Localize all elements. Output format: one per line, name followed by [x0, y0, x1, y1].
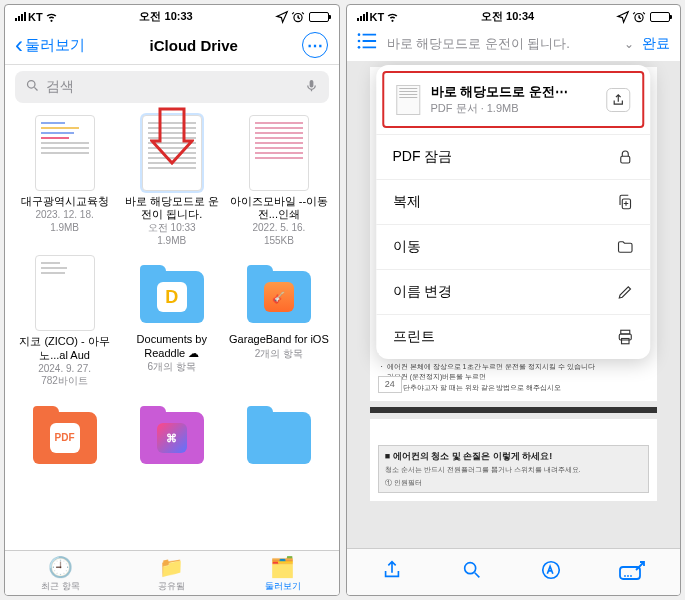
chevron-left-icon: ‹ — [15, 38, 23, 52]
print-icon — [616, 328, 634, 346]
svg-rect-2 — [309, 80, 313, 88]
section-sub: 청소 순서는 반드시 전원플러그를 뽑거나 스위치를 내려주세요. — [385, 465, 642, 475]
file-item[interactable]: 아이즈모바일 --이동전...인쇄 2022. 5. 16. 155KB — [227, 115, 330, 247]
back-label: 둘러보기 — [25, 36, 85, 55]
tab-recent[interactable]: 🕘 최근 항목 — [5, 555, 116, 593]
battery-icon — [650, 12, 670, 22]
menu-rename[interactable]: 이름 변경 — [377, 269, 650, 314]
status-bar: KT 오전 10:34 — [347, 5, 681, 26]
share-button[interactable] — [606, 88, 630, 112]
document-title[interactable]: 바로 해당모드로 운전이 됩니다. — [387, 35, 617, 53]
search-placeholder: 검색 — [46, 78, 74, 96]
action-sheet: 바로 해당모드로 운전⋯ PDF 문서 · 1.9MB PDF 잠금 복제 이동 — [377, 65, 650, 359]
bottom-toolbar — [347, 548, 681, 595]
folder-item[interactable]: D Documents by Readdle ☁︎ 6개의 항목 — [120, 255, 223, 387]
clock-icon: 🕘 — [5, 555, 116, 579]
status-time: 오전 10:34 — [481, 9, 534, 24]
share-button[interactable] — [381, 559, 403, 585]
page-number: 24 — [378, 376, 402, 393]
pdf-app-icon: PDF — [50, 423, 80, 453]
battery-icon — [309, 12, 329, 22]
tab-shared[interactable]: 📁 공유됨 — [116, 555, 227, 593]
documents-app-icon: D — [157, 282, 187, 312]
svg-rect-7 — [620, 156, 629, 163]
wifi-icon — [386, 10, 399, 23]
file-name: 바로 해당모드로 운전⋯ — [431, 83, 606, 101]
svg-point-1 — [28, 81, 36, 89]
compose-button[interactable] — [619, 560, 645, 584]
svg-point-16 — [627, 575, 629, 577]
signal-icon — [357, 12, 368, 21]
menu-duplicate[interactable]: 복제 — [377, 179, 650, 224]
status-time: 오전 10:33 — [139, 9, 192, 24]
section-heading: ■ 에어컨의 청소 및 손질은 이렇게 하세요! — [385, 450, 642, 463]
signal-icon — [15, 12, 26, 21]
search-icon — [25, 78, 40, 96]
alarm-icon — [291, 10, 305, 24]
pdf-page: ■ 에어컨의 청소 및 손질은 이렇게 하세요! 청소 순서는 반드시 전원플러… — [370, 419, 657, 501]
document-viewer[interactable]: 5. 운전 중 (탠의선온도설정)버튼을 누르면 본선 표시부에서 항온도가 나… — [347, 61, 681, 548]
markup-button[interactable] — [540, 559, 562, 585]
tab-bar: 🕘 최근 항목 📁 공유됨 🗂️ 둘러보기 — [5, 550, 339, 595]
alarm-icon — [632, 10, 646, 24]
svg-point-5 — [357, 40, 360, 43]
carrier-label: KT — [28, 11, 43, 23]
folder-item[interactable]: PDF — [13, 396, 116, 474]
wifi-icon — [45, 10, 58, 23]
svg-point-4 — [357, 33, 360, 36]
annotation-arrow-icon — [150, 107, 194, 167]
svg-point-6 — [357, 46, 360, 49]
status-bar: KT 오전 10:33 — [5, 5, 339, 26]
folder-item[interactable]: ⌘ — [120, 396, 223, 474]
file-item[interactable]: 대구광역시교육청 2023. 12. 18. 1.9MB — [13, 115, 116, 247]
pencil-icon — [616, 283, 634, 301]
file-thumbnail — [397, 85, 421, 115]
location-icon — [616, 10, 630, 24]
mic-icon[interactable] — [304, 78, 319, 96]
phone-left: KT 오전 10:33 ‹ 둘러보기 iCloud Drive ⋯ 검색 — [4, 4, 340, 596]
chevron-down-icon[interactable]: ⌄ — [624, 37, 634, 51]
back-button[interactable]: ‹ 둘러보기 — [15, 36, 85, 55]
svg-point-17 — [630, 575, 632, 577]
page-title: iCloud Drive — [150, 37, 238, 54]
garageband-app-icon: 🎸 — [264, 282, 294, 312]
phone-right: KT 오전 10:34 바로 해당모드로 운전이 됩니다. ⌄ 완료 5. 운전… — [346, 4, 682, 596]
shortcuts-app-icon: ⌘ — [157, 423, 187, 453]
svg-point-15 — [624, 575, 626, 577]
lock-icon — [616, 148, 634, 166]
nav-bar: ‹ 둘러보기 iCloud Drive ⋯ — [5, 26, 339, 65]
document-header: 바로 해당모드로 운전이 됩니다. ⌄ 완료 — [347, 26, 681, 61]
carrier-label: KT — [370, 11, 385, 23]
done-button[interactable]: 완료 — [642, 35, 670, 53]
folder-icon: 🗂️ — [227, 555, 338, 579]
search-input[interactable]: 검색 — [15, 71, 329, 103]
menu-print[interactable]: 프린트 — [377, 314, 650, 359]
duplicate-icon — [616, 193, 634, 211]
folder-item[interactable] — [227, 396, 330, 474]
menu-move[interactable]: 이동 — [377, 224, 650, 269]
folder-icon — [616, 238, 634, 256]
file-item[interactable]: 지코 (ZICO) - 아무노...al Aud 2024. 9. 27. 78… — [13, 255, 116, 387]
svg-point-12 — [464, 563, 475, 574]
svg-rect-11 — [621, 339, 629, 344]
list-button[interactable] — [357, 32, 379, 55]
file-info-row: 바로 해당모드로 운전⋯ PDF 문서 · 1.9MB — [383, 71, 644, 128]
shared-folder-icon: 📁 — [116, 555, 227, 579]
menu-lock-pdf[interactable]: PDF 잠금 — [377, 134, 650, 179]
tab-browse[interactable]: 🗂️ 둘러보기 — [227, 555, 338, 593]
more-button[interactable]: ⋯ — [302, 32, 328, 58]
folder-item[interactable]: 🎸 GarageBand for iOS 2개의 항목 — [227, 255, 330, 387]
file-meta: PDF 문서 · 1.9MB — [431, 101, 606, 116]
search-button[interactable] — [461, 559, 483, 585]
location-icon — [275, 10, 289, 24]
